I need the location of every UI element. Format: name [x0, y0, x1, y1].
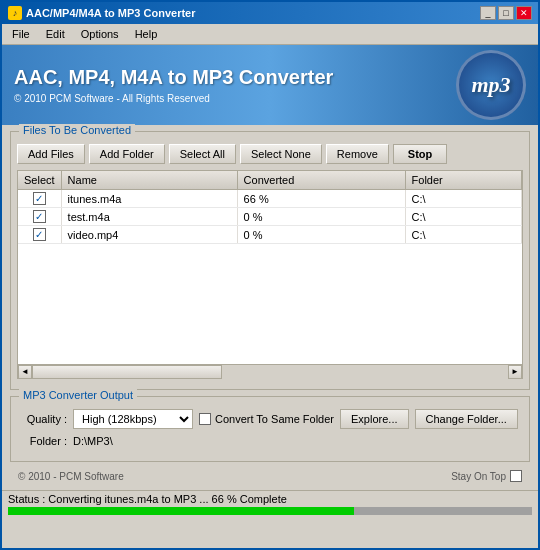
- add-folder-button[interactable]: Add Folder: [89, 144, 165, 164]
- row-converted: 0 %: [237, 226, 405, 244]
- title-bar: ♪ AAC/MP4/M4A to MP3 Converter _ □ ✕: [2, 2, 538, 24]
- menu-file[interactable]: File: [6, 26, 36, 42]
- footer: © 2010 - PCM Software Stay On Top: [10, 468, 530, 484]
- table-row[interactable]: ✓test.m4a0 %C:\: [18, 208, 522, 226]
- row-checkbox[interactable]: ✓: [33, 228, 46, 241]
- col-name: Name: [61, 171, 237, 190]
- stay-on-top-label: Stay On Top: [451, 471, 506, 482]
- output-group-title: MP3 Converter Output: [19, 389, 137, 401]
- row-folder: C:\: [405, 208, 521, 226]
- header-banner: AAC, MP4, M4A to MP3 Converter © 2010 PC…: [2, 45, 538, 125]
- row-checkbox-cell[interactable]: ✓: [18, 208, 61, 226]
- minimize-button[interactable]: _: [480, 6, 496, 20]
- file-list-container: Select Name Converted Folder ✓itunes.m4a…: [17, 170, 523, 379]
- progress-container: [8, 507, 532, 515]
- output-group: MP3 Converter Output Quality : High (128…: [10, 396, 530, 462]
- explore-button[interactable]: Explore...: [340, 409, 408, 429]
- row-folder: C:\: [405, 226, 521, 244]
- table-header-row: Select Name Converted Folder: [18, 171, 522, 190]
- scroll-right-button[interactable]: ►: [508, 365, 522, 379]
- stay-on-top: Stay On Top: [451, 470, 522, 482]
- title-controls: _ □ ✕: [480, 6, 532, 20]
- horizontal-scrollbar[interactable]: ◄ ►: [18, 364, 522, 378]
- scroll-track[interactable]: [32, 365, 508, 379]
- quality-label: Quality :: [17, 413, 67, 425]
- scroll-thumb[interactable]: [32, 365, 222, 379]
- folder-row: Folder : D:\MP3\: [17, 435, 523, 447]
- menu-edit[interactable]: Edit: [40, 26, 71, 42]
- table-row[interactable]: ✓itunes.m4a66 %C:\: [18, 190, 522, 208]
- table-row[interactable]: ✓video.mp40 %C:\: [18, 226, 522, 244]
- row-checkbox[interactable]: ✓: [33, 192, 46, 205]
- status-bar: Status : Converting itunes.m4a to MP3 ..…: [2, 490, 538, 517]
- empty-rows: [18, 244, 522, 364]
- mp3-logo: mp3: [456, 50, 526, 120]
- window-title: AAC/MP4/M4A to MP3 Converter: [26, 7, 196, 19]
- scroll-left-button[interactable]: ◄: [18, 365, 32, 379]
- menu-help[interactable]: Help: [129, 26, 164, 42]
- files-group-title: Files To Be Converted: [19, 124, 135, 136]
- col-select: Select: [18, 171, 61, 190]
- same-folder-checkbox[interactable]: [199, 413, 211, 425]
- title-bar-left: ♪ AAC/MP4/M4A to MP3 Converter: [8, 6, 196, 20]
- select-all-button[interactable]: Select All: [169, 144, 236, 164]
- close-button[interactable]: ✕: [516, 6, 532, 20]
- header-title: AAC, MP4, M4A to MP3 Converter: [14, 66, 333, 89]
- row-name: test.m4a: [61, 208, 237, 226]
- header-text: AAC, MP4, M4A to MP3 Converter © 2010 PC…: [14, 66, 333, 104]
- menu-options[interactable]: Options: [75, 26, 125, 42]
- same-folder-row: Convert To Same Folder: [199, 413, 334, 425]
- row-name: itunes.m4a: [61, 190, 237, 208]
- app-icon: ♪: [8, 6, 22, 20]
- footer-copyright: © 2010 - PCM Software: [18, 471, 124, 482]
- stop-button[interactable]: Stop: [393, 144, 447, 164]
- status-text: Status : Converting itunes.m4a to MP3 ..…: [8, 493, 532, 505]
- row-checkbox-cell[interactable]: ✓: [18, 226, 61, 244]
- row-converted: 66 %: [237, 190, 405, 208]
- remove-button[interactable]: Remove: [326, 144, 389, 164]
- files-group-content: Add Files Add Folder Select All Select N…: [11, 132, 529, 389]
- folder-label: Folder :: [17, 435, 67, 447]
- header-copyright: © 2010 PCM Software - All Rights Reserve…: [14, 93, 333, 104]
- main-content: Files To Be Converted Add Files Add Fold…: [2, 125, 538, 490]
- same-folder-label: Convert To Same Folder: [215, 413, 334, 425]
- progress-bar: [8, 507, 354, 515]
- files-group-box: Files To Be Converted Add Files Add Fold…: [10, 131, 530, 390]
- row-name: video.mp4: [61, 226, 237, 244]
- folder-value: D:\MP3\: [73, 435, 523, 447]
- change-folder-button[interactable]: Change Folder...: [415, 409, 518, 429]
- row-converted: 0 %: [237, 208, 405, 226]
- select-none-button[interactable]: Select None: [240, 144, 322, 164]
- menu-bar: File Edit Options Help: [2, 24, 538, 45]
- file-table: Select Name Converted Folder ✓itunes.m4a…: [18, 171, 522, 244]
- stay-on-top-checkbox[interactable]: [510, 470, 522, 482]
- row-folder: C:\: [405, 190, 521, 208]
- add-files-button[interactable]: Add Files: [17, 144, 85, 164]
- files-toolbar: Add Files Add Folder Select All Select N…: [17, 144, 523, 164]
- quality-select[interactable]: High (128kbps): [73, 409, 193, 429]
- row-checkbox-cell[interactable]: ✓: [18, 190, 61, 208]
- maximize-button[interactable]: □: [498, 6, 514, 20]
- row-checkbox[interactable]: ✓: [33, 210, 46, 223]
- col-converted: Converted: [237, 171, 405, 190]
- quality-row: Quality : High (128kbps) Convert To Same…: [17, 409, 523, 429]
- col-folder: Folder: [405, 171, 521, 190]
